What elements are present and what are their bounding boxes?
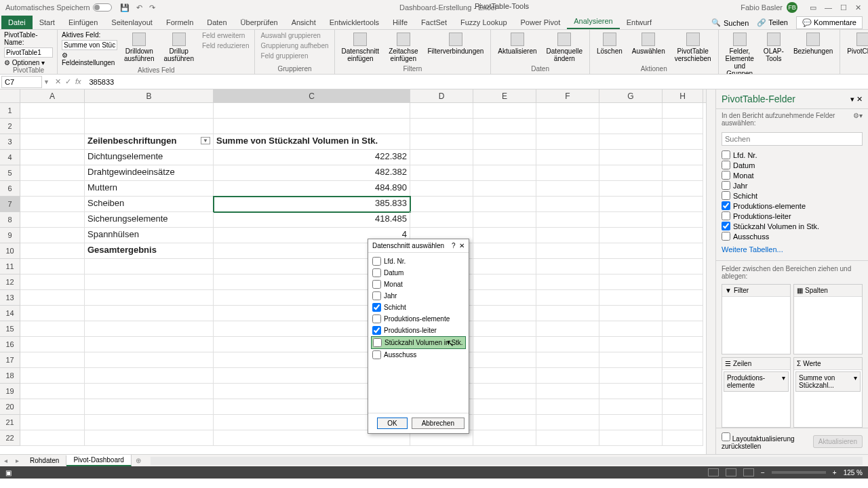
page-break-view-icon[interactable] [743, 468, 754, 476]
column-header[interactable]: E [473, 89, 536, 102]
zoom-in-icon[interactable]: + [833, 469, 837, 476]
cell[interactable] [473, 228, 536, 243]
rows-item[interactable]: Produktions-elemente▾ [724, 371, 789, 392]
field-item[interactable]: Produktions-leiter [722, 211, 863, 221]
pivotchart-button[interactable]: PivotChart [844, 31, 868, 56]
cell[interactable] [536, 243, 599, 259]
cell[interactable] [599, 134, 663, 150]
maximize-icon[interactable]: ☐ [840, 3, 847, 12]
column-header[interactable]: D [410, 89, 473, 102]
cell[interactable] [663, 150, 703, 165]
column-header[interactable]: F [536, 89, 599, 102]
cell[interactable] [536, 212, 599, 228]
column-header[interactable]: B [85, 89, 214, 102]
olap-tools-button[interactable]: OLAP-Tools [761, 31, 787, 64]
cell[interactable] [599, 384, 663, 399]
add-sheet-icon[interactable]: ⊕ [132, 457, 145, 464]
cell[interactable] [663, 197, 703, 212]
row-header[interactable]: 17 [0, 352, 20, 368]
cell[interactable] [663, 134, 703, 150]
cell[interactable] [663, 103, 703, 119]
cell[interactable] [85, 399, 214, 415]
field-checkbox[interactable] [722, 161, 730, 169]
cell[interactable] [473, 134, 536, 150]
cell[interactable] [20, 228, 85, 243]
cell[interactable] [85, 103, 214, 119]
record-macro-icon[interactable]: ▣ [5, 469, 12, 476]
column-header[interactable]: H [663, 89, 703, 102]
cell[interactable]: Drahtgewindeeinsätze [85, 165, 214, 181]
update-button[interactable]: Aktualisieren [813, 435, 863, 448]
cell[interactable] [410, 134, 473, 150]
cell[interactable] [473, 103, 536, 119]
tab-entwurf[interactable]: Entwurf [620, 16, 658, 29]
cell[interactable] [473, 165, 536, 181]
field-checkbox[interactable] [722, 171, 730, 180]
cell[interactable] [599, 212, 663, 228]
pt-options-button[interactable]: ⚙ Optionen ▾ [4, 59, 53, 66]
cell[interactable] [410, 181, 473, 197]
slicer-field-item[interactable]: Jahr [371, 290, 466, 302]
cell[interactable] [85, 430, 214, 446]
normal-view-icon[interactable] [708, 468, 719, 476]
cell[interactable] [20, 274, 85, 290]
row-header[interactable]: 15 [0, 321, 20, 337]
cell[interactable] [599, 228, 663, 243]
cell[interactable] [599, 119, 663, 134]
cell[interactable] [473, 321, 536, 337]
cell[interactable] [20, 197, 85, 212]
clear-button[interactable]: Löschen [594, 31, 625, 56]
cell[interactable] [663, 119, 703, 134]
toggle-icon[interactable] [93, 3, 112, 12]
cell[interactable] [473, 259, 536, 274]
cell[interactable]: Gesamtergebnis [85, 243, 214, 259]
cell[interactable] [473, 274, 536, 290]
cell[interactable] [473, 150, 536, 165]
cell[interactable] [473, 119, 536, 134]
slicer-checkbox[interactable] [372, 350, 381, 359]
tab-fuzzy lookup[interactable]: Fuzzy Lookup [454, 16, 513, 29]
share-button[interactable]: 🔗 Teilen [751, 17, 793, 28]
cell[interactable] [20, 368, 85, 384]
active-field-input[interactable] [62, 40, 117, 50]
sheet-tab[interactable]: Pivot-Dashboard [66, 455, 131, 466]
cell[interactable] [599, 197, 663, 212]
cell[interactable] [663, 290, 703, 306]
row-header[interactable]: 6 [0, 181, 20, 197]
gear-icon[interactable]: ⚙▾ [853, 112, 863, 127]
values-item[interactable]: Summe von Stückzahl...▾ [795, 371, 861, 392]
row-header[interactable]: 2 [0, 119, 20, 134]
slicer-checkbox[interactable] [372, 257, 381, 266]
cell[interactable] [536, 352, 599, 368]
ok-button[interactable]: OK [377, 418, 407, 429]
cell[interactable] [536, 197, 599, 212]
horizontal-scrollbar[interactable] [151, 457, 863, 465]
cell[interactable]: 418.485 [214, 212, 410, 228]
cell[interactable] [20, 103, 85, 119]
cell[interactable] [20, 352, 85, 368]
cell[interactable] [599, 321, 663, 337]
row-header[interactable]: 1 [0, 103, 20, 119]
field-item[interactable]: Jahr [722, 180, 863, 190]
cell[interactable] [663, 259, 703, 274]
refresh-button[interactable]: Aktualisieren [495, 31, 539, 56]
cell[interactable] [20, 415, 85, 430]
cell[interactable] [20, 384, 85, 399]
cell[interactable] [85, 321, 214, 337]
area-filter[interactable]: ▼Filter [722, 284, 791, 354]
defer-layout-checkbox[interactable]: Layoutaktualisierung zurückstellen [722, 432, 813, 450]
field-checkbox[interactable] [722, 222, 730, 230]
cell[interactable] [663, 212, 703, 228]
cell[interactable] [663, 430, 703, 446]
row-header[interactable]: 14 [0, 306, 20, 321]
tab-daten[interactable]: Daten [200, 16, 233, 29]
cell[interactable]: Spannhülsen [85, 228, 214, 243]
fx-icon[interactable]: fx [75, 77, 81, 86]
cell[interactable] [473, 384, 536, 399]
zoom-out-icon[interactable]: − [761, 469, 765, 476]
area-values[interactable]: ΣWerte Summe von Stückzahl...▾ [793, 357, 863, 428]
cell[interactable]: Scheiben [85, 197, 214, 212]
cell[interactable] [20, 259, 85, 274]
field-checkbox[interactable] [722, 150, 730, 159]
save-icon[interactable]: 💾 [120, 3, 130, 12]
